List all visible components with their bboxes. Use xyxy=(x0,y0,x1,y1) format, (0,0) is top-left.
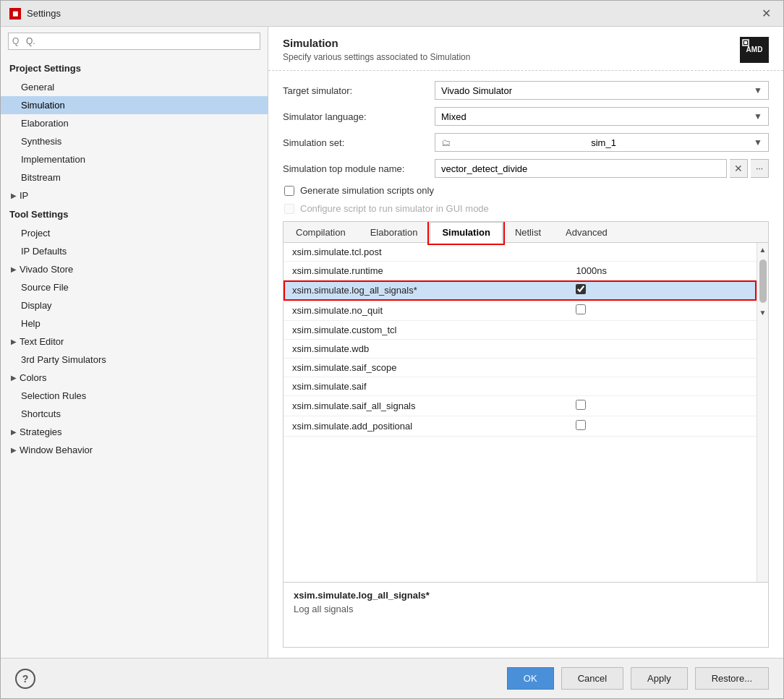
row-value[interactable] xyxy=(567,416,757,437)
table-row[interactable]: xsim.simulate.runtime1000ns xyxy=(284,262,757,280)
scrollbar[interactable]: ▲ ▼ xyxy=(757,243,768,582)
table-row[interactable]: xsim.simulate.saif_scope xyxy=(284,359,757,377)
table-row[interactable]: xsim.simulate.no_quit xyxy=(284,301,757,321)
configure-row: Configure script to run simulator in GUI… xyxy=(283,203,769,214)
simulator-language-value: Mixed xyxy=(441,111,466,122)
help-button[interactable]: ? xyxy=(15,669,35,689)
tab-advanced[interactable]: Advanced xyxy=(553,222,620,243)
amd-logo: AMD xyxy=(740,37,769,63)
simulation-set-row: Simulation set: 🗂 sim_1 ▼ xyxy=(283,133,769,152)
target-simulator-control: Vivado Simulator ▼ xyxy=(435,81,769,100)
simulation-set-icon: 🗂 xyxy=(441,137,451,148)
title-bar: ◼ Settings ✕ xyxy=(1,1,783,27)
sidebar-item-colors-label: Colors xyxy=(20,372,47,383)
sidebar-item-simulation[interactable]: Simulation xyxy=(1,96,268,114)
simulation-set-dropdown[interactable]: 🗂 sim_1 ▼ xyxy=(435,133,769,152)
sidebar-item-synthesis[interactable]: Synthesis xyxy=(1,132,268,150)
sidebar-item-3rd-party-simulators[interactable]: 3rd Party Simulators xyxy=(1,351,268,369)
bottom-bar: ? OK Cancel Apply Restore... xyxy=(1,658,783,698)
simulator-language-dropdown[interactable]: Mixed ▼ xyxy=(435,107,769,126)
sidebar-item-strategies[interactable]: ▶ Strategies xyxy=(1,423,268,441)
app-icon: ◼ xyxy=(9,8,21,20)
cancel-button[interactable]: Cancel xyxy=(561,667,623,690)
row-key: xsim.simulate.runtime xyxy=(284,262,567,280)
top-module-row: Simulation top module name: ✕ ··· xyxy=(283,159,769,178)
table-row[interactable]: xsim.simulate.log_all_signals* xyxy=(284,280,757,301)
simulation-set-control: 🗂 sim_1 ▼ xyxy=(435,133,769,152)
description-box: xsim.simulate.log_all_signals* Log all s… xyxy=(284,582,768,647)
sidebar-item-ip-defaults[interactable]: IP Defaults xyxy=(1,242,268,260)
sidebar-item-text-editor[interactable]: ▶ Text Editor xyxy=(1,333,268,351)
row-checkbox[interactable] xyxy=(576,304,586,314)
sidebar-item-selection-rules[interactable]: Selection Rules xyxy=(1,387,268,405)
row-checkbox[interactable] xyxy=(576,284,586,294)
chevron-down-icon-3: ▼ xyxy=(754,137,762,147)
main-content: Q Project Settings General Simulation El… xyxy=(1,27,783,658)
table-row[interactable]: xsim.simulate.tcl.post xyxy=(284,243,757,262)
sidebar-item-ip[interactable]: ▶ IP xyxy=(1,186,268,205)
sidebar-item-display[interactable]: Display xyxy=(1,296,268,314)
target-simulator-dropdown[interactable]: Vivado Simulator ▼ xyxy=(435,81,769,100)
panel-header-text: Simulation Specify various settings asso… xyxy=(283,37,470,62)
scroll-thumb[interactable] xyxy=(759,260,767,303)
top-module-clear-button[interactable]: ✕ xyxy=(730,159,748,178)
gen-scripts-row: Generate simulation scripts only xyxy=(283,185,769,196)
settings-table-wrap: xsim.simulate.tcl.postxsim.simulate.runt… xyxy=(284,243,768,582)
panel-header: Simulation Specify various settings asso… xyxy=(268,27,783,71)
tab-netlist[interactable]: Netlist xyxy=(503,222,553,243)
simulator-language-row: Simulator language: Mixed ▼ xyxy=(283,107,769,126)
tab-elaboration[interactable]: Elaboration xyxy=(358,222,430,243)
sidebar-item-general[interactable]: General xyxy=(1,78,268,96)
top-module-input[interactable] xyxy=(435,159,727,178)
tab-simulation[interactable]: Simulation xyxy=(430,222,502,243)
row-checkbox[interactable] xyxy=(576,400,586,410)
table-row[interactable]: xsim.simulate.wdb xyxy=(284,340,757,359)
chevron-down-icon-2: ▼ xyxy=(754,111,762,121)
restore-button[interactable]: Restore... xyxy=(695,667,769,690)
row-checkbox[interactable] xyxy=(576,420,586,430)
sidebar-item-shortcuts[interactable]: Shortcuts xyxy=(1,405,268,423)
row-value xyxy=(567,321,757,340)
panel-body: Target simulator: Vivado Simulator ▼ Sim… xyxy=(268,71,783,658)
chevron-right-icon-3: ▶ xyxy=(11,338,17,346)
configure-checkbox[interactable] xyxy=(284,204,294,214)
simulation-set-value: sim_1 xyxy=(591,137,616,148)
title-bar-left: ◼ Settings xyxy=(9,8,61,20)
gen-scripts-checkbox[interactable] xyxy=(284,186,294,196)
sidebar-item-project[interactable]: Project xyxy=(1,224,268,242)
sidebar-item-window-behavior[interactable]: ▶ Window Behavior xyxy=(1,441,268,459)
table-row[interactable]: xsim.simulate.saif_all_signals xyxy=(284,396,757,416)
table-row[interactable]: xsim.simulate.add_positional xyxy=(284,416,757,437)
target-simulator-label: Target simulator: xyxy=(283,85,427,96)
apply-button[interactable]: Apply xyxy=(631,667,688,690)
ok-button[interactable]: OK xyxy=(507,667,554,690)
table-row[interactable]: xsim.simulate.saif xyxy=(284,377,757,396)
sidebar-item-implementation[interactable]: Implementation xyxy=(1,150,268,168)
row-value[interactable] xyxy=(567,301,757,321)
row-key: xsim.simulate.wdb xyxy=(284,340,567,359)
close-button[interactable]: ✕ xyxy=(757,5,775,22)
row-value[interactable] xyxy=(567,280,757,301)
simulation-set-label: Simulation set: xyxy=(283,137,427,148)
sidebar-item-colors[interactable]: ▶ Colors xyxy=(1,369,268,387)
sidebar-item-help[interactable]: Help xyxy=(1,314,268,333)
settings-table: xsim.simulate.tcl.postxsim.simulate.runt… xyxy=(284,243,757,582)
tab-compilation[interactable]: Compilation xyxy=(284,222,358,243)
row-value[interactable] xyxy=(567,396,757,416)
scroll-down-button[interactable]: ▼ xyxy=(757,306,768,320)
row-value xyxy=(567,340,757,359)
gen-scripts-label: Generate simulation scripts only xyxy=(300,185,434,196)
row-value xyxy=(567,377,757,396)
sidebar-item-elaboration[interactable]: Elaboration xyxy=(1,114,268,132)
configure-label: Configure script to run simulator in GUI… xyxy=(300,203,489,214)
scroll-up-button[interactable]: ▲ xyxy=(757,243,768,257)
svg-text:AMD: AMD xyxy=(746,46,763,53)
top-module-extra-button[interactable]: ··· xyxy=(751,159,769,178)
table-row[interactable]: xsim.simulate.custom_tcl xyxy=(284,321,757,340)
sidebar-item-source-file[interactable]: Source File xyxy=(1,278,268,296)
row-value: 1000ns xyxy=(567,262,757,280)
sidebar-item-vivado-store[interactable]: ▶ Vivado Store xyxy=(1,260,268,278)
search-box: Q xyxy=(8,33,260,50)
search-input[interactable] xyxy=(8,33,260,50)
sidebar-item-bitstream[interactable]: Bitstream xyxy=(1,168,268,186)
